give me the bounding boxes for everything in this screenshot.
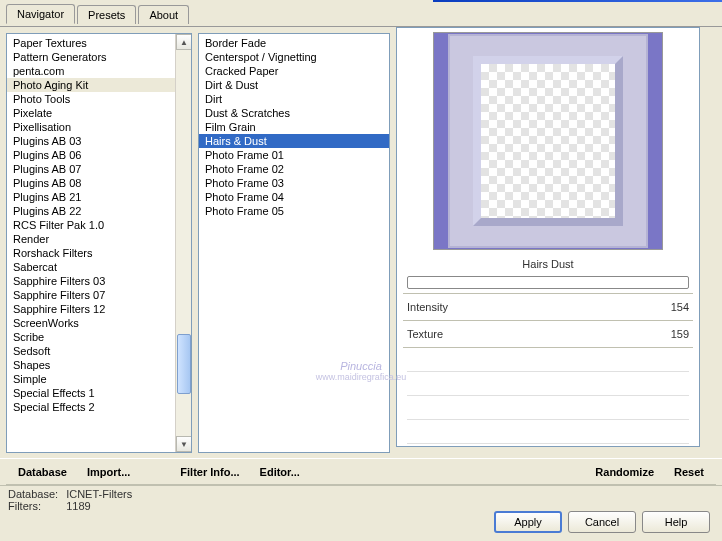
category-item[interactable]: Paper Textures bbox=[7, 36, 191, 50]
status-bar: Database: Filters: ICNET-Filters 1189 bbox=[0, 485, 722, 514]
category-item[interactable]: Sapphire Filters 03 bbox=[7, 274, 191, 288]
randomize-button[interactable]: Randomize bbox=[585, 462, 664, 482]
category-item[interactable]: Render bbox=[7, 232, 191, 246]
category-item[interactable]: Sabercat bbox=[7, 260, 191, 274]
category-item[interactable]: Pixellisation bbox=[7, 120, 191, 134]
filter-panel: Border FadeCenterspot / VignettingCracke… bbox=[198, 33, 390, 453]
category-item[interactable]: Plugins AB 21 bbox=[7, 190, 191, 204]
param-empty-slot bbox=[407, 422, 689, 444]
filter-item[interactable]: Cracked Paper bbox=[199, 64, 389, 78]
tab-about[interactable]: About bbox=[138, 5, 189, 24]
dialog-buttons: Apply Cancel Help bbox=[494, 511, 710, 533]
filter-item[interactable]: Border Fade bbox=[199, 36, 389, 50]
category-item[interactable]: Simple bbox=[7, 372, 191, 386]
param-value: 154 bbox=[671, 301, 689, 313]
scroll-thumb[interactable] bbox=[177, 334, 191, 394]
param-label: Intensity bbox=[407, 301, 448, 313]
filter-item[interactable]: Photo Frame 03 bbox=[199, 176, 389, 190]
category-item[interactable]: Rorshack Filters bbox=[7, 246, 191, 260]
category-panel: Paper TexturesPattern Generatorspenta.co… bbox=[6, 33, 192, 453]
category-item[interactable]: RCS Filter Pak 1.0 bbox=[7, 218, 191, 232]
category-item[interactable]: Plugins AB 22 bbox=[7, 204, 191, 218]
category-item[interactable]: Pixelate bbox=[7, 106, 191, 120]
status-filters-value: 1189 bbox=[66, 500, 132, 512]
filter-item[interactable]: Hairs & Dust bbox=[199, 134, 389, 148]
main-area: Paper TexturesPattern Generatorspenta.co… bbox=[0, 26, 722, 458]
current-filter-name: Hairs Dust bbox=[397, 254, 699, 276]
category-item[interactable]: Sedsoft bbox=[7, 344, 191, 358]
category-item[interactable]: Scribe bbox=[7, 330, 191, 344]
separator bbox=[403, 347, 693, 348]
category-list[interactable]: Paper TexturesPattern Generatorspenta.co… bbox=[7, 34, 191, 452]
category-item[interactable]: Special Effects 2 bbox=[7, 400, 191, 414]
category-item[interactable]: ScreenWorks bbox=[7, 316, 191, 330]
category-item[interactable]: Plugins AB 08 bbox=[7, 176, 191, 190]
category-item[interactable]: penta.com bbox=[7, 64, 191, 78]
filter-item[interactable]: Centerspot / Vignetting bbox=[199, 50, 389, 64]
tab-bar: NavigatorPresetsAbout bbox=[0, 2, 722, 24]
filter-item[interactable]: Dust & Scratches bbox=[199, 106, 389, 120]
reset-button[interactable]: Reset bbox=[664, 462, 714, 482]
frame-inner bbox=[473, 56, 623, 226]
filter-item[interactable]: Film Grain bbox=[199, 120, 389, 134]
filter-item[interactable]: Photo Frame 05 bbox=[199, 204, 389, 218]
import-button[interactable]: Import... bbox=[77, 462, 140, 482]
param-row[interactable]: Texture159 bbox=[407, 323, 689, 345]
category-item[interactable]: Photo Aging Kit bbox=[7, 78, 191, 92]
category-item[interactable]: Pattern Generators bbox=[7, 50, 191, 64]
category-item[interactable]: Special Effects 1 bbox=[7, 386, 191, 400]
separator bbox=[403, 320, 693, 321]
tab-navigator[interactable]: Navigator bbox=[6, 4, 75, 24]
category-item[interactable]: Sapphire Filters 07 bbox=[7, 288, 191, 302]
scroll-down-icon[interactable]: ▼ bbox=[176, 436, 192, 452]
category-item[interactable]: Shapes bbox=[7, 358, 191, 372]
scroll-up-icon[interactable]: ▲ bbox=[176, 34, 192, 50]
filter-item[interactable]: Photo Frame 04 bbox=[199, 190, 389, 204]
status-db-value: ICNET-Filters bbox=[66, 488, 132, 500]
param-empty-slot bbox=[407, 350, 689, 372]
progress-bar bbox=[407, 276, 689, 289]
category-item[interactable]: Plugins AB 07 bbox=[7, 162, 191, 176]
filter-info-button[interactable]: Filter Info... bbox=[170, 462, 249, 482]
tab-presets[interactable]: Presets bbox=[77, 5, 136, 24]
status-filters-label: Filters: bbox=[8, 500, 58, 512]
frame-outer bbox=[448, 34, 648, 248]
filter-item[interactable]: Photo Frame 02 bbox=[199, 162, 389, 176]
help-button[interactable]: Help bbox=[642, 511, 710, 533]
param-empty-slot bbox=[407, 398, 689, 420]
category-item[interactable]: Plugins AB 03 bbox=[7, 134, 191, 148]
category-scrollbar[interactable]: ▲ ▼ bbox=[175, 34, 191, 452]
param-row[interactable]: Intensity154 bbox=[407, 296, 689, 318]
filter-list[interactable]: Border FadeCenterspot / VignettingCracke… bbox=[199, 34, 389, 452]
bottom-menu: Database Import... Filter Info... Editor… bbox=[0, 458, 722, 484]
editor-button[interactable]: Editor... bbox=[250, 462, 310, 482]
param-empty-slot bbox=[407, 374, 689, 396]
cancel-button[interactable]: Cancel bbox=[568, 511, 636, 533]
filter-item[interactable]: Dirt & Dust bbox=[199, 78, 389, 92]
apply-button[interactable]: Apply bbox=[494, 511, 562, 533]
params-area: Intensity154Texture159 bbox=[397, 294, 699, 446]
filter-item[interactable]: Dirt bbox=[199, 92, 389, 106]
preview-image bbox=[433, 32, 663, 250]
category-item[interactable]: Plugins AB 06 bbox=[7, 148, 191, 162]
database-button[interactable]: Database bbox=[8, 462, 77, 482]
param-value: 159 bbox=[671, 328, 689, 340]
status-db-label: Database: bbox=[8, 488, 58, 500]
category-item[interactable]: Photo Tools bbox=[7, 92, 191, 106]
filter-item[interactable]: Photo Frame 01 bbox=[199, 148, 389, 162]
param-label: Texture bbox=[407, 328, 443, 340]
preview-panel: Hairs Dust Intensity154Texture159 Pinucc… bbox=[396, 27, 700, 447]
category-item[interactable]: Sapphire Filters 12 bbox=[7, 302, 191, 316]
